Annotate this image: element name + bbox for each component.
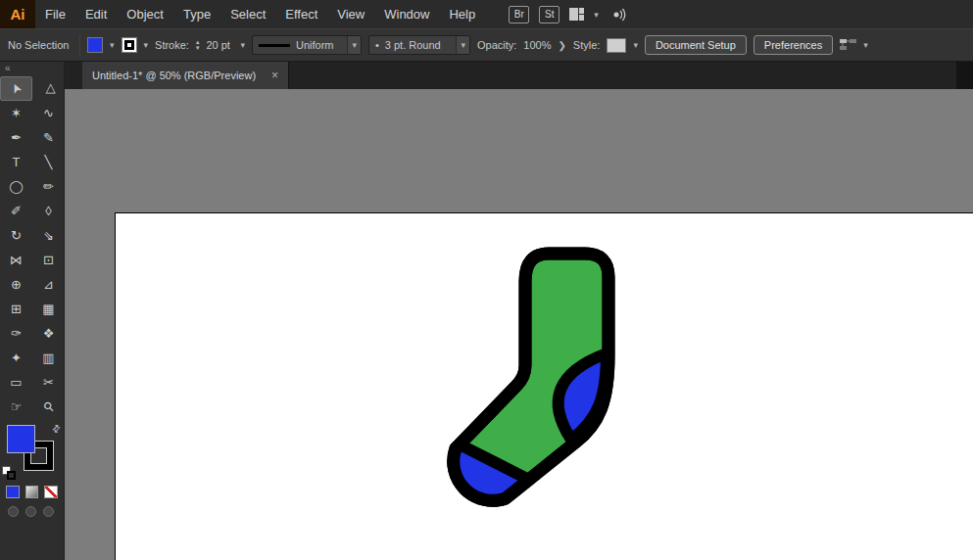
menu-help[interactable]: Help <box>439 0 485 28</box>
stroke-weight-chevron-icon[interactable]: ▾ <box>240 40 245 50</box>
menu-file[interactable]: File <box>35 0 75 28</box>
stroke-color-swatch[interactable] <box>122 37 137 53</box>
tool-paintbrush[interactable]: ✏ <box>32 174 65 199</box>
workspace-grid-icon[interactable] <box>569 8 584 21</box>
arrange-icon[interactable] <box>840 38 856 53</box>
tool-hand[interactable]: ☞ <box>0 395 32 419</box>
menu-object[interactable]: Object <box>117 0 173 28</box>
selection-status: No Selection <box>8 39 73 51</box>
tool-lasso[interactable]: ∿ <box>32 101 65 125</box>
style-chevron-icon[interactable]: ▾ <box>633 40 638 50</box>
fill-chevron-icon[interactable]: ▾ <box>110 40 115 50</box>
illustrator-window: Ai File Edit Object Type Select Effect V… <box>0 0 973 560</box>
sock-artwork <box>65 89 973 560</box>
arrange-chevron-icon[interactable]: ▾ <box>863 40 868 50</box>
style-label[interactable]: Style: <box>573 39 601 51</box>
workspace: « ➤ ▷ ✶ ∿ ✒ ✎ T ╲ ◯ ✏ ✐ ◊ ↻ ⇘ ⋈ ⊡ ⊕ ⊿ ⊞ <box>0 62 973 560</box>
preferences-button[interactable]: Preferences <box>754 35 833 55</box>
fill-color-swatch[interactable] <box>87 37 103 53</box>
paint-mode-row <box>0 480 64 500</box>
tool-zoom[interactable]: ⚲ <box>32 395 65 419</box>
tool-selection[interactable]: ➤ <box>0 76 32 101</box>
width-profile-dropdown[interactable]: Uniform ▾ <box>252 35 362 55</box>
draw-normal-button[interactable] <box>8 506 19 517</box>
tool-type[interactable]: T <box>0 150 32 174</box>
tool-grid: ➤ ▷ ✶ ∿ ✒ ✎ T ╲ ◯ ✏ ✐ ◊ ↻ ⇘ ⋈ ⊡ ⊕ ⊿ ⊞ ▦ <box>0 76 64 419</box>
opacity-chevron-icon[interactable]: ❯ <box>558 40 565 51</box>
tool-rotate[interactable]: ↻ <box>0 223 32 248</box>
profile-chevron-icon[interactable]: ▾ <box>347 36 361 54</box>
fill-color-well[interactable] <box>7 425 35 453</box>
draw-mode-row <box>0 500 64 523</box>
menu-window[interactable]: Window <box>374 0 439 28</box>
tool-eraser[interactable]: ◊ <box>32 199 65 223</box>
document-setup-button[interactable]: Document Setup <box>645 35 747 55</box>
tool-artboard[interactable]: ▭ <box>0 370 32 395</box>
tools-panel: « ➤ ▷ ✶ ∿ ✒ ✎ T ╲ ◯ ✏ ✐ ◊ ↻ ⇘ ⋈ ⊡ ⊕ ⊿ ⊞ <box>0 62 65 560</box>
tool-slice[interactable]: ✂ <box>32 370 65 395</box>
tool-line-segment[interactable]: ╲ <box>32 150 65 174</box>
tool-curvature[interactable]: ✎ <box>32 125 65 150</box>
gradient-mode-button[interactable] <box>25 486 39 498</box>
menu-view[interactable]: View <box>327 0 374 28</box>
menu-effect[interactable]: Effect <box>275 0 327 28</box>
stroke-weight-value[interactable]: 20 pt <box>206 39 233 51</box>
stroke-swatch-ring <box>124 40 134 50</box>
app-logo[interactable]: Ai <box>0 0 35 28</box>
menubar-right: Br St ▾ <box>509 6 630 23</box>
default-stroke-icon <box>7 471 16 480</box>
canvas[interactable] <box>65 89 973 560</box>
color-wells: ⇄ <box>0 425 64 480</box>
brush-dropdown[interactable]: • 3 pt. Round ▾ <box>368 35 470 55</box>
tool-scale[interactable]: ⇘ <box>32 223 65 248</box>
color-mode-button[interactable] <box>6 486 20 498</box>
tool-shaper[interactable]: ✐ <box>0 199 32 223</box>
tool-pen[interactable]: ✒ <box>0 125 32 150</box>
none-mode-button[interactable] <box>44 486 58 498</box>
tab-close-icon[interactable]: × <box>271 69 278 82</box>
tool-column-graph[interactable]: ▥ <box>32 346 65 370</box>
divider <box>79 34 80 56</box>
menu-edit[interactable]: Edit <box>75 0 117 28</box>
menu-list: File Edit Object Type Select Effect View… <box>35 0 485 28</box>
brush-bullet-icon: • <box>375 39 379 51</box>
stepper-down-icon[interactable]: ▾ <box>196 45 200 51</box>
swap-fill-stroke-icon[interactable]: ⇄ <box>49 422 63 436</box>
tool-width[interactable]: ⋈ <box>0 248 32 272</box>
tool-perspective-grid[interactable]: ⊿ <box>32 272 65 297</box>
document-tab[interactable]: Untitled-1* @ 50% (RGB/Preview) × <box>82 62 289 89</box>
tool-shape-builder[interactable]: ⊕ <box>0 272 32 297</box>
tool-blend[interactable]: ❖ <box>32 321 65 346</box>
menu-type[interactable]: Type <box>173 0 220 28</box>
stroke-chevron-icon[interactable]: ▾ <box>144 40 149 50</box>
workspace-chevron-icon[interactable]: ▾ <box>594 10 599 20</box>
tool-eyedropper[interactable]: ✑ <box>0 321 32 346</box>
style-swatch[interactable] <box>607 38 626 53</box>
menubar: Ai File Edit Object Type Select Effect V… <box>0 0 973 28</box>
document-tab-bar: Untitled-1* @ 50% (RGB/Preview) × <box>65 62 973 89</box>
width-profile-value: Uniform <box>296 39 334 51</box>
brush-chevron-icon[interactable]: ▾ <box>456 36 469 54</box>
brush-value: 3 pt. Round <box>385 39 441 51</box>
tool-magic-wand[interactable]: ✶ <box>0 101 32 125</box>
stock-badge[interactable]: St <box>539 6 559 23</box>
menu-select[interactable]: Select <box>220 0 275 28</box>
tool-free-transform[interactable]: ⊡ <box>32 248 65 272</box>
share-icon[interactable] <box>608 7 630 23</box>
collapse-toolbar-button[interactable]: « <box>0 62 64 76</box>
bridge-badge[interactable]: Br <box>509 6 529 23</box>
tool-ellipse[interactable]: ◯ <box>0 174 32 199</box>
stroke-label[interactable]: Stroke: <box>155 39 189 51</box>
draw-behind-button[interactable] <box>25 506 36 517</box>
default-colors-icon[interactable] <box>2 466 16 480</box>
opacity-label[interactable]: Opacity: <box>477 39 516 51</box>
opacity-value[interactable]: 100% <box>523 39 551 51</box>
stroke-weight-stepper[interactable]: ▴ ▾ <box>196 39 200 51</box>
panel-collapse-block[interactable] <box>956 62 973 89</box>
tool-gradient[interactable]: ▦ <box>32 297 65 321</box>
tool-direct-selection[interactable]: ▷ <box>32 76 65 101</box>
stroke-profile-preview <box>259 44 290 47</box>
draw-inside-button[interactable] <box>43 506 54 517</box>
tool-symbol-sprayer[interactable]: ✦ <box>0 346 32 370</box>
tool-mesh[interactable]: ⊞ <box>0 297 32 321</box>
